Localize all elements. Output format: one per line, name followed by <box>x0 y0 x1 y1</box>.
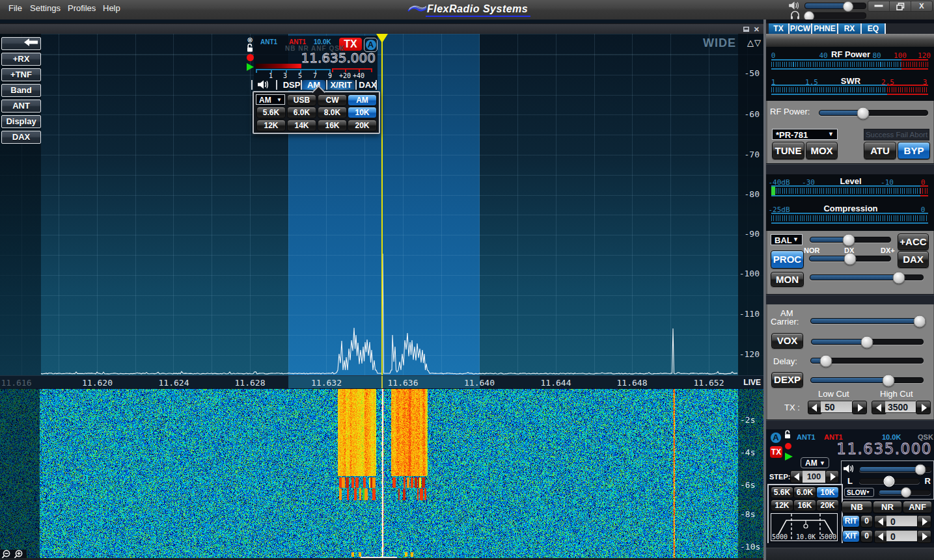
radio-bw-5-6k[interactable]: 5.6K <box>771 487 793 498</box>
radio-tx-badge[interactable]: TX <box>770 446 782 458</box>
spectrum-display[interactable]: -50-60-70-80-90-100-110-120 WIDE △▽ <box>0 34 763 375</box>
radio-play-icon[interactable] <box>784 451 793 463</box>
sidebar-item-ant[interactable]: ANT <box>1 100 41 113</box>
acc-button[interactable]: +ACC <box>898 233 929 250</box>
proc-button[interactable]: PROC <box>771 250 804 269</box>
vox-button[interactable]: VOX <box>771 333 803 349</box>
radio-rx-antenna[interactable]: ANT1 <box>797 433 816 441</box>
low-cut-value[interactable]: 50 <box>821 401 852 413</box>
menu-help[interactable]: Help <box>100 2 123 14</box>
tab-rx[interactable]: RX <box>838 23 860 34</box>
radio-volume-slider[interactable] <box>859 466 931 472</box>
bw-14k-button[interactable]: 14K <box>287 120 316 131</box>
mon-slider[interactable] <box>810 274 924 280</box>
tab-pcw[interactable]: P/CW <box>790 23 811 34</box>
tab-eq[interactable]: EQ <box>862 23 885 34</box>
bw-6-0k-button[interactable]: 6.0K <box>287 107 316 118</box>
sidebar-item-dax[interactable]: DAX <box>1 131 41 144</box>
bw-10k-button[interactable]: 10K <box>348 107 377 118</box>
tuning-marker-icon[interactable] <box>376 34 388 49</box>
waterfall-display[interactable] <box>0 388 763 558</box>
bal-slider[interactable] <box>810 237 891 243</box>
flag-tab-dax[interactable]: DAX <box>358 80 378 90</box>
dexp-slider[interactable] <box>810 377 924 383</box>
low-cut-up-button[interactable] <box>852 401 867 414</box>
mode-select-dropdown[interactable]: AM▼ <box>256 94 285 105</box>
radio-bw-6-0k[interactable]: 6.0K <box>793 487 816 498</box>
xit-button[interactable]: XIT <box>842 530 860 542</box>
am-carrier-slider[interactable] <box>810 318 926 324</box>
menu-file[interactable]: File <box>6 2 25 14</box>
tab-tx[interactable]: TX <box>769 23 788 34</box>
atu-button[interactable]: ATU <box>864 142 896 159</box>
sidebar-item-display[interactable]: Display <box>1 115 41 128</box>
rit-button[interactable]: RIT <box>842 515 860 527</box>
radio-mode-dropdown[interactable]: AM▼ <box>801 457 829 468</box>
radio-record-icon[interactable] <box>785 443 791 449</box>
mode-cw-button[interactable]: CW <box>318 94 347 106</box>
speaker-volume-slider[interactable] <box>804 3 866 9</box>
nr-button[interactable]: NR <box>873 501 902 513</box>
sidebar-item-band[interactable]: Band <box>1 84 41 97</box>
nb-button[interactable]: NB <box>842 501 872 513</box>
rit-value[interactable]: 0 <box>886 515 917 527</box>
high-cut-up-button[interactable] <box>916 401 931 414</box>
sidebar-item-rx[interactable]: +RX <box>1 53 41 66</box>
rf-power-slider[interactable] <box>819 110 928 116</box>
radio-lock-icon[interactable] <box>784 430 791 442</box>
xit-up-button[interactable] <box>917 530 931 543</box>
dexp-button[interactable]: DEXP <box>771 372 803 388</box>
minimize-button[interactable] <box>868 1 889 11</box>
agc-slider[interactable] <box>879 490 931 495</box>
proc-slider[interactable] <box>809 256 891 261</box>
flag-audio-icon[interactable] <box>256 80 271 91</box>
xit-value[interactable]: 0 <box>886 530 917 542</box>
sidebar-item-tnf[interactable]: +TNF <box>1 68 41 81</box>
tab-phne[interactable]: PHNE <box>812 23 837 34</box>
mode-usb-button[interactable]: USB <box>287 94 316 106</box>
rit-down-button[interactable] <box>874 515 888 528</box>
xit-step-button[interactable]: 0 <box>860 530 873 542</box>
step-down-button[interactable] <box>790 470 804 483</box>
radio-bw-10k[interactable]: 10K <box>816 487 839 498</box>
frequency-scale[interactable]: 11.61611.62011.62411.62811.63211.63611.6… <box>0 375 763 389</box>
high-cut-down-button[interactable] <box>872 401 886 414</box>
band-mode-label[interactable]: WIDE <box>703 36 736 50</box>
dax-button[interactable]: DAX <box>898 251 929 268</box>
radio-frequency[interactable]: 11.635.000 <box>836 440 932 457</box>
bw-16k-button[interactable]: 16K <box>318 120 347 131</box>
flag-tab-xrit[interactable]: X/RIT <box>327 80 355 90</box>
rit-step-button[interactable]: 0 <box>860 515 873 527</box>
delay-slider[interactable] <box>810 358 924 364</box>
radio-bw-12k[interactable]: 12K <box>771 500 793 511</box>
low-cut-down-button[interactable] <box>808 401 822 414</box>
bw-5-6k-button[interactable]: 5.6K <box>256 107 286 118</box>
band-updown-icons[interactable]: △▽ <box>747 38 762 47</box>
radio-bw-20k[interactable]: 20K <box>816 500 839 511</box>
vox-slider[interactable] <box>811 339 924 345</box>
step-up-button[interactable] <box>825 470 839 483</box>
menu-profiles[interactable]: Profiles <box>65 2 98 14</box>
flag-frequency[interactable]: 11.635.000 <box>301 50 376 66</box>
tune-button[interactable]: TUNE <box>772 142 804 159</box>
rit-up-button[interactable] <box>917 515 931 528</box>
flag-tab-dsp[interactable]: DSP <box>281 80 302 90</box>
close-button[interactable]: X <box>911 1 932 11</box>
menu-settings[interactable]: Settings <box>27 2 63 14</box>
bal-dropdown[interactable]: BAL▼ <box>771 234 803 245</box>
high-cut-value[interactable]: 3500 <box>885 401 916 413</box>
radio-bw-16k[interactable]: 16K <box>793 500 816 511</box>
step-value[interactable]: 100 <box>803 470 825 483</box>
radio-pan-slider[interactable] <box>859 478 920 484</box>
headphone-volume-slider[interactable] <box>804 12 866 19</box>
mode-am-button[interactable]: AM <box>348 94 377 106</box>
flag-rx-antenna[interactable]: ANT1 <box>260 38 277 46</box>
restore-button[interactable] <box>889 1 911 11</box>
profile-dropdown[interactable]: *PR-781▼ <box>772 129 838 140</box>
sidebar-back-button[interactable] <box>1 37 41 50</box>
bw-8-0k-button[interactable]: 8.0K <box>318 107 347 118</box>
agc-dropdown[interactable]: SLOW▼ <box>844 488 874 497</box>
xit-down-button[interactable] <box>874 530 888 543</box>
bw-20k-button[interactable]: 20K <box>348 120 377 131</box>
byp-button[interactable]: BYP <box>898 142 930 159</box>
